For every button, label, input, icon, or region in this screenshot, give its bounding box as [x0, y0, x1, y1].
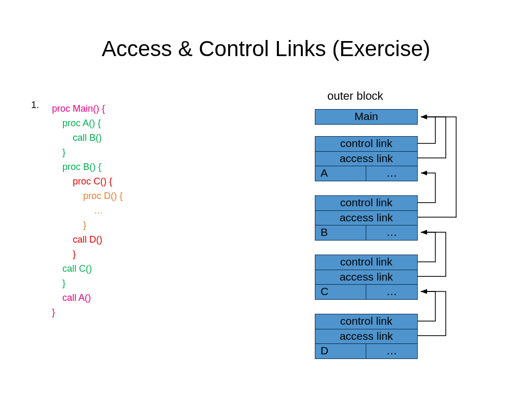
code-line: }	[52, 307, 55, 317]
frame-ellipsis: …	[366, 344, 417, 358]
frame-ellipsis: …	[366, 285, 417, 299]
code-line: proc D() {	[83, 191, 123, 201]
code-line: }	[73, 249, 76, 259]
frame-a: control link access link A …	[315, 136, 418, 181]
code-line: …	[94, 205, 103, 216]
code-line: proc Main() {	[52, 103, 105, 114]
frame-d: control link access link D …	[315, 314, 418, 359]
code-line: }	[83, 220, 86, 230]
control-link-label: control link	[315, 196, 417, 210]
access-link-label: access link	[315, 270, 417, 284]
page-title: Access & Control Links (Exercise)	[0, 36, 532, 61]
code-line: call C()	[62, 263, 92, 274]
outer-block-label: outer block	[327, 89, 383, 103]
list-number: 1.	[31, 100, 39, 111]
code-line: call B()	[73, 132, 102, 143]
control-link-label: control link	[315, 255, 417, 270]
code-line: proc C() {	[73, 176, 112, 187]
frame-row: B …	[315, 225, 417, 240]
frame-row: C …	[315, 284, 417, 299]
access-link-label: access link	[315, 151, 417, 166]
access-link-label: access link	[315, 210, 417, 225]
control-link-label: control link	[315, 314, 417, 329]
frame-row: D …	[315, 343, 417, 358]
control-link-label: control link	[315, 137, 417, 151]
frame-main: Main	[315, 109, 418, 125]
code-line: }	[62, 278, 65, 288]
frame-name: D	[315, 344, 366, 358]
frame-name: A	[315, 166, 366, 181]
code-block: proc Main() { proc A() { call B() } proc…	[52, 101, 123, 320]
code-line: }	[62, 147, 65, 157]
frame-b: control link access link B …	[315, 195, 418, 241]
frame-name: B	[315, 225, 366, 240]
slide: Access & Control Links (Exercise) 1. pro…	[0, 0, 532, 399]
code-line: call A()	[62, 292, 91, 303]
code-line: proc A() {	[62, 118, 101, 128]
code-line: call D()	[73, 234, 102, 245]
frame-c: control link access link C …	[315, 255, 418, 300]
code-line: proc B() {	[62, 162, 101, 172]
access-link-label: access link	[315, 329, 417, 343]
frame-main-label: Main	[315, 110, 417, 124]
frame-ellipsis: …	[366, 225, 417, 240]
frame-ellipsis: …	[366, 166, 417, 181]
frame-name: C	[315, 285, 366, 299]
frame-row: A …	[315, 166, 417, 181]
